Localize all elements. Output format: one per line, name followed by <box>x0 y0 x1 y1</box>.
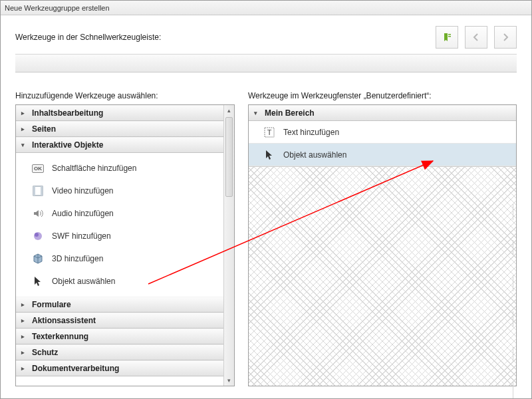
right-tool-text[interactable]: T Text hinzufügen <box>249 121 516 144</box>
prev-button[interactable] <box>465 26 487 49</box>
window-title: Neue Werkzeuggruppe erstellen <box>5 4 110 12</box>
section-mein-bereich[interactable]: ▾Mein Bereich <box>249 105 516 121</box>
cursor-icon <box>32 275 44 287</box>
section-seiten[interactable]: ▸Seiten <box>16 121 223 137</box>
tool-3d[interactable]: 3D hinzufügen <box>16 247 223 270</box>
tool-video[interactable]: Video hinzufügen <box>16 180 223 202</box>
scroll-down-icon[interactable]: ▾ <box>224 375 234 386</box>
scroll-thumb[interactable] <box>225 117 233 197</box>
bookmark-icon <box>442 32 452 43</box>
section-label: Interaktive Objekte <box>32 140 103 150</box>
tool-label: 3D hinzufügen <box>52 254 103 263</box>
section-label: Mein Bereich <box>265 108 315 118</box>
film-icon <box>32 185 44 197</box>
tool-label: Schaltfläche hinzufügen <box>52 164 136 173</box>
chevron-right-icon: ▸ <box>21 317 28 324</box>
section-interaktive-objekte[interactable]: ▾Interaktive Objekte <box>16 137 223 153</box>
chevron-right-icon: ▸ <box>21 126 28 132</box>
section-aktionsassistent[interactable]: ▸Aktionsassistent <box>16 313 223 329</box>
cursor-icon <box>263 149 275 161</box>
scroll-up-icon[interactable]: ▴ <box>224 105 234 116</box>
chevron-right-icon: ▸ <box>21 110 28 116</box>
chevron-left-icon <box>473 33 479 41</box>
text-icon: T <box>263 126 275 138</box>
tool-schaltflaeche[interactable]: OK Schaltfläche hinzufügen <box>16 157 223 180</box>
tool-label: Objekt auswählen <box>283 150 346 160</box>
drop-zone[interactable] <box>249 166 516 386</box>
tool-label: Video hinzufügen <box>52 186 114 196</box>
chevron-right-icon <box>502 33 509 41</box>
section-label: Seiten <box>32 124 56 134</box>
tool-objekt-auswaehlen[interactable]: Objekt auswählen <box>16 270 223 293</box>
quickbar-strip <box>15 54 517 72</box>
chevron-right-icon: ▸ <box>21 349 28 356</box>
tool-label: SWF hinzufügen <box>52 231 111 241</box>
selected-tools-panel: ▾Mein Bereich T Text hinzufügen Objekt a… <box>248 104 517 386</box>
right-panel-label: Werkzeuge im Werkzeugfenster „Benutzerde… <box>248 91 517 100</box>
button-icon: OK <box>32 162 44 174</box>
tool-audio[interactable]: Audio hinzufügen <box>16 202 223 225</box>
section-schutz[interactable]: ▸Schutz <box>16 344 223 360</box>
svg-rect-1 <box>448 36 451 37</box>
cube-icon <box>32 253 44 265</box>
chevron-down-icon: ▾ <box>254 110 261 116</box>
svg-point-6 <box>35 233 39 237</box>
right-edge-buttons <box>513 204 517 398</box>
section-dokumentverarbeitung[interactable]: ▸Dokumentverarbeitung <box>16 360 223 376</box>
svg-rect-4 <box>41 186 43 196</box>
new-group-button[interactable] <box>436 26 458 49</box>
chevron-right-icon: ▸ <box>21 301 28 308</box>
chevron-right-icon: ▸ <box>21 333 28 340</box>
svg-rect-0 <box>448 34 451 35</box>
svg-rect-3 <box>33 186 35 196</box>
speaker-icon <box>32 207 44 219</box>
svg-text:T: T <box>267 128 272 136</box>
section-texterkennung[interactable]: ▸Texterkennung <box>16 329 223 344</box>
swf-icon <box>32 230 44 242</box>
window-titlebar: Neue Werkzeuggruppe erstellen <box>1 1 531 15</box>
section-label: Texterkennung <box>32 332 88 341</box>
right-tool-objekt[interactable]: Objekt auswählen <box>249 144 516 166</box>
tool-label: Text hinzufügen <box>283 128 339 137</box>
section-label: Formulare <box>32 300 71 309</box>
tool-label: Audio hinzufügen <box>52 209 114 218</box>
chevron-right-icon: ▸ <box>21 365 28 372</box>
available-tools-panel: ▸Inhaltsbearbeitung ▸Seiten ▾Interaktive… <box>15 104 235 386</box>
section-label: Dokumentverarbeitung <box>32 364 119 373</box>
section-label: Aktionsassistent <box>32 316 96 325</box>
quickbar-label: Werkzeuge in der Schnellwerkzeugleiste: <box>15 33 436 42</box>
section-label: Inhaltsbearbeitung <box>32 108 103 118</box>
chevron-down-icon: ▾ <box>21 142 28 148</box>
left-scrollbar[interactable]: ▴ ▾ <box>223 105 234 386</box>
section-inhaltsbearbeitung[interactable]: ▸Inhaltsbearbeitung <box>16 105 223 121</box>
tool-label: Objekt auswählen <box>52 277 115 286</box>
section-label: Schutz <box>32 348 58 357</box>
left-panel-label: Hinzuzufügende Werkzeuge auswählen: <box>15 91 235 100</box>
tool-swf[interactable]: SWF hinzufügen <box>16 225 223 247</box>
next-button[interactable] <box>494 26 517 49</box>
section-formulare[interactable]: ▸Formulare <box>16 297 223 313</box>
